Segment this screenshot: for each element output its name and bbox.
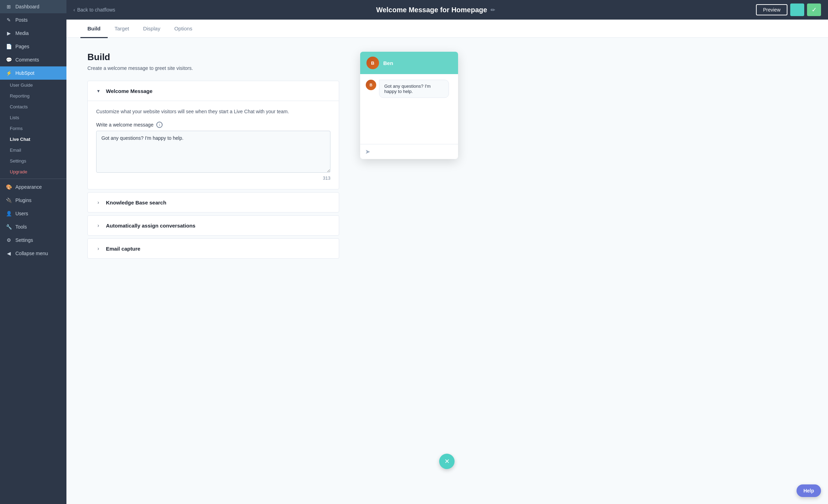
welcome-message-textarea[interactable]: Got any questions? I'm happy to help. — [96, 131, 330, 173]
section-welcome-title: Welcome Message — [106, 88, 152, 94]
header-actions: Preview ✓ — [756, 3, 821, 16]
sidebar-label-plugins: Plugins — [15, 197, 31, 203]
right-panel: B Ben B Got any questions? I'm happy to … — [353, 52, 458, 490]
sidebar-label-users: Users — [15, 211, 28, 216]
sidebar-item-media[interactable]: ▶ Media — [0, 27, 66, 40]
sidebar-item-appearance[interactable]: 🎨 Appearance — [0, 180, 66, 194]
sidebar-item-pages[interactable]: 📄 Pages — [0, 40, 66, 53]
chat-body: B Got any questions? I'm happy to help. — [360, 74, 458, 144]
page-title-area: Welcome Message for Homepage ✏ — [121, 6, 751, 14]
settings-icon: ⚙ — [6, 237, 12, 243]
tab-display[interactable]: Display — [136, 20, 167, 38]
sidebar: ⊞ Dashboard ✎ Posts ▶ Media 📄 Pages 💬 Co… — [0, 0, 66, 504]
users-icon: 👤 — [6, 210, 12, 217]
sidebar-label-appearance: Appearance — [15, 184, 42, 190]
plugins-icon: 🔌 — [6, 197, 12, 203]
build-title: Build — [87, 52, 339, 63]
comments-icon: 💬 — [6, 57, 12, 63]
sidebar-sub-forms[interactable]: Forms — [0, 123, 66, 134]
sidebar-sub-reporting[interactable]: Reporting — [0, 91, 66, 101]
sidebar-divider — [0, 179, 66, 179]
color-square — [790, 3, 804, 16]
sidebar-sub-lists[interactable]: Lists — [0, 112, 66, 123]
hubspot-icon: ⚡ — [6, 70, 12, 76]
sidebar-item-settings[interactable]: ⚙ Settings — [0, 233, 66, 247]
section-email-capture-header[interactable]: › Email capture — [88, 239, 339, 258]
tab-bar: Build Target Display Options — [66, 20, 828, 38]
sidebar-label-settings: Settings — [15, 237, 33, 243]
section-knowledge-base-title: Knowledge Base search — [106, 200, 166, 206]
section-auto-assign-title: Automatically assign conversations — [106, 223, 195, 229]
sidebar-sub-contacts[interactable]: Contacts — [0, 101, 66, 112]
sidebar-item-dashboard[interactable]: ⊞ Dashboard — [0, 0, 66, 13]
tab-target[interactable]: Target — [108, 20, 136, 38]
sidebar-sub-email[interactable]: Email — [0, 145, 66, 156]
preview-button[interactable]: Preview — [756, 4, 787, 15]
save-button[interactable]: ✓ — [807, 3, 821, 16]
chevron-right-icon-2: › — [95, 222, 102, 229]
chat-close-button[interactable]: ✕ — [439, 454, 455, 469]
section-welcome-message: ▾ Welcome Message Customize what your we… — [87, 81, 339, 189]
build-subtitle: Create a welcome message to greet site v… — [87, 65, 339, 71]
sidebar-label-posts: Posts — [15, 17, 28, 23]
edit-title-icon[interactable]: ✏ — [491, 7, 495, 13]
section-email-capture-title: Email capture — [106, 246, 140, 252]
tools-icon: 🔧 — [6, 224, 12, 230]
left-panel: Build Create a welcome message to greet … — [87, 52, 339, 490]
sidebar-sub-settings[interactable]: Settings — [0, 156, 66, 166]
top-header: ‹ Back to chatflows Welcome Message for … — [66, 0, 828, 20]
back-arrow-icon: ‹ — [73, 7, 75, 13]
sidebar-label-pages: Pages — [15, 44, 29, 49]
section-auto-assign: › Automatically assign conversations — [87, 215, 339, 236]
sidebar-label-media: Media — [15, 30, 29, 36]
chat-message-row: B Got any questions? I'm happy to help. — [366, 80, 452, 98]
help-button[interactable]: Help — [797, 484, 821, 497]
sidebar-label-hubspot: HubSpot — [15, 70, 34, 76]
chat-agent-name: Ben — [383, 60, 393, 66]
sidebar-label-tools: Tools — [15, 224, 27, 230]
chat-msg-avatar: B — [366, 80, 376, 90]
chevron-down-icon: ▾ — [95, 87, 102, 94]
sidebar-sub-user-guide[interactable]: User Guide — [0, 80, 66, 91]
dashboard-icon: ⊞ — [6, 3, 12, 10]
section-welcome-body: Customize what your website visitors wil… — [88, 101, 339, 189]
section-knowledge-base-header[interactable]: › Knowledge Base search — [88, 193, 339, 212]
sidebar-item-tools[interactable]: 🔧 Tools — [0, 220, 66, 233]
sidebar-sub-live-chat[interactable]: Live Chat — [0, 134, 66, 145]
sidebar-item-plugins[interactable]: 🔌 Plugins — [0, 194, 66, 207]
sidebar-item-users[interactable]: 👤 Users — [0, 207, 66, 220]
sidebar-label-collapse: Collapse menu — [15, 251, 48, 256]
posts-icon: ✎ — [6, 17, 12, 23]
sidebar-collapse-menu[interactable]: ◀ Collapse menu — [0, 247, 66, 260]
appearance-icon: 🎨 — [6, 184, 12, 190]
content-area: Build Create a welcome message to greet … — [66, 38, 828, 504]
media-icon: ▶ — [6, 30, 12, 36]
char-count: 313 — [96, 175, 330, 181]
section-knowledge-base: › Knowledge Base search — [87, 192, 339, 213]
info-icon[interactable]: i — [156, 122, 163, 128]
chat-input-row: ➤ — [360, 144, 458, 159]
main-area: ‹ Back to chatflows Welcome Message for … — [66, 0, 828, 504]
sidebar-item-comments[interactable]: 💬 Comments — [0, 53, 66, 66]
page-title: Welcome Message for Homepage — [376, 6, 487, 14]
section-welcome-header[interactable]: ▾ Welcome Message — [88, 81, 339, 101]
sidebar-sub-upgrade[interactable]: Upgrade — [0, 166, 66, 177]
tab-options[interactable]: Options — [167, 20, 199, 38]
section-auto-assign-header[interactable]: › Automatically assign conversations — [88, 216, 339, 235]
section-welcome-desc: Customize what your website visitors wil… — [96, 108, 330, 115]
tab-build[interactable]: Build — [80, 20, 108, 38]
back-link-label: Back to chatflows — [77, 7, 115, 13]
field-label: Write a welcome message — [96, 122, 154, 128]
sidebar-label-dashboard: Dashboard — [15, 4, 40, 9]
chevron-right-icon: › — [95, 199, 102, 206]
chat-header: B Ben — [360, 52, 458, 74]
chat-bubble: Got any questions? I'm happy to help. — [379, 80, 449, 98]
back-to-chatflows-link[interactable]: ‹ Back to chatflows — [73, 7, 115, 13]
pages-icon: 📄 — [6, 43, 12, 50]
chat-widget: B Ben B Got any questions? I'm happy to … — [360, 52, 458, 159]
field-label-row: Write a welcome message i — [96, 122, 330, 128]
chevron-right-icon-3: › — [95, 245, 102, 252]
sidebar-item-posts[interactable]: ✎ Posts — [0, 13, 66, 27]
sidebar-item-hubspot[interactable]: ⚡ HubSpot — [0, 66, 66, 80]
sidebar-label-comments: Comments — [15, 57, 39, 63]
